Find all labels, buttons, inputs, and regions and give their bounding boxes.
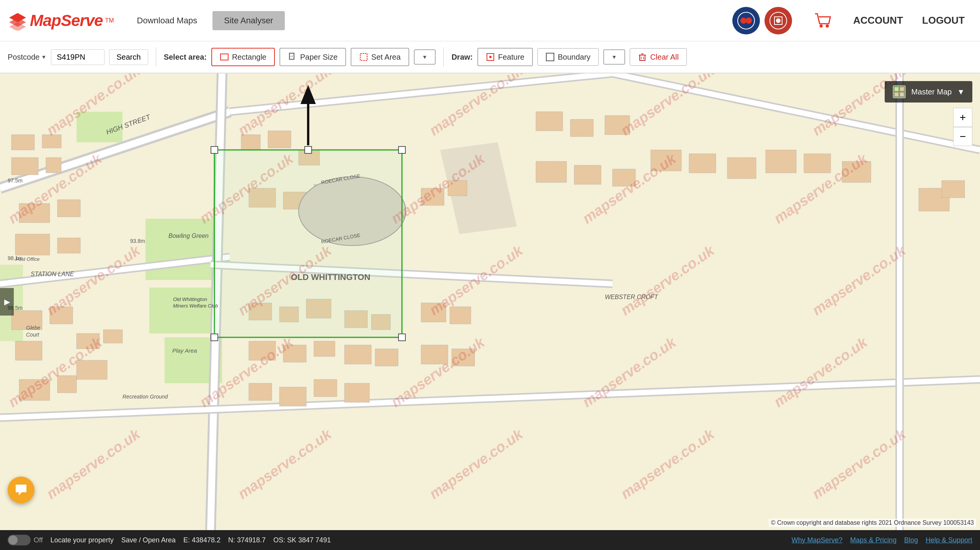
postcode-dropdown[interactable]: Postcode ▼ bbox=[8, 53, 46, 62]
feature-icon bbox=[486, 52, 495, 62]
set-area-arrow: ▼ bbox=[422, 54, 428, 60]
svg-rect-17 bbox=[640, 55, 645, 60]
header: MapServeTM Download Maps Site Analyser bbox=[0, 0, 980, 41]
svg-rect-13 bbox=[360, 54, 367, 60]
svg-point-4 bbox=[740, 18, 746, 24]
clear-all-label: Clear All bbox=[650, 53, 678, 62]
rectangle-label: Rectangle bbox=[232, 53, 266, 62]
zoom-in-btn[interactable]: + bbox=[953, 108, 972, 127]
paper-size-btn[interactable]: A4 Paper Size bbox=[279, 48, 346, 66]
map-copyright: © Crown copyright and database rights 20… bbox=[769, 519, 976, 527]
svg-rect-132 bbox=[900, 93, 904, 96]
postcode-label: Postcode bbox=[8, 53, 39, 62]
trash-icon bbox=[638, 52, 647, 62]
boundary-arrow: ▼ bbox=[612, 54, 617, 60]
divider-1 bbox=[156, 47, 156, 67]
download-maps-btn[interactable]: Download Maps bbox=[126, 11, 209, 30]
maps-pricing-link[interactable]: Maps & Pricing bbox=[850, 536, 897, 544]
boundary-btn[interactable]: Boundary bbox=[537, 48, 599, 66]
coord-os: OS: SK 3847 7491 bbox=[273, 536, 331, 544]
boundary-dropdown[interactable]: ▼ bbox=[603, 49, 626, 65]
map-background bbox=[0, 73, 980, 530]
map-layer-selector[interactable]: Master Map ▼ bbox=[885, 81, 972, 103]
svg-rect-16 bbox=[546, 53, 554, 61]
chat-widget[interactable] bbox=[8, 477, 34, 503]
partner-icon-blue bbox=[732, 7, 760, 34]
set-area-icon bbox=[359, 52, 368, 62]
search-btn[interactable]: Search bbox=[109, 49, 148, 65]
svg-point-9 bbox=[826, 24, 829, 28]
logout-btn[interactable]: LOGOUT bbox=[915, 15, 972, 26]
svg-rect-130 bbox=[900, 87, 904, 91]
help-support-link[interactable]: Help & Support bbox=[926, 536, 972, 544]
paper-size-label: Paper Size bbox=[300, 53, 338, 62]
svg-point-5 bbox=[746, 18, 752, 24]
logo-icon bbox=[8, 11, 28, 31]
why-mapserve-link[interactable]: Why MapServe? bbox=[792, 536, 843, 544]
svg-point-8 bbox=[820, 24, 823, 28]
cart-icon[interactable] bbox=[811, 9, 834, 32]
play-btn[interactable]: ▶ bbox=[0, 288, 14, 316]
svg-text:A4: A4 bbox=[290, 55, 293, 57]
toolbar: Postcode ▼ Search Select area: Rectangle… bbox=[0, 41, 980, 73]
clear-all-btn[interactable]: Clear All bbox=[630, 48, 686, 66]
svg-point-15 bbox=[489, 56, 492, 58]
svg-point-7 bbox=[776, 18, 781, 23]
feature-label: Feature bbox=[498, 53, 524, 62]
coord-e: E: 438478.2 bbox=[183, 536, 220, 544]
partner-icon-red bbox=[764, 7, 792, 34]
rectangle-icon bbox=[220, 52, 229, 62]
blog-link[interactable]: Blog bbox=[904, 536, 918, 544]
set-area-label: Set Area bbox=[371, 53, 401, 62]
svg-rect-131 bbox=[895, 93, 898, 96]
status-toggle: Off bbox=[8, 535, 43, 545]
postcode-arrow: ▼ bbox=[41, 54, 46, 60]
set-area-btn[interactable]: Set Area bbox=[351, 48, 409, 66]
boundary-label: Boundary bbox=[558, 53, 591, 62]
svg-rect-129 bbox=[895, 87, 898, 91]
coord-n: N: 374918.7 bbox=[228, 536, 266, 544]
draw-label: Draw: bbox=[451, 53, 473, 62]
chat-icon bbox=[14, 483, 28, 497]
zoom-controls: + − bbox=[953, 108, 972, 146]
rectangle-btn[interactable]: Rectangle bbox=[211, 48, 275, 66]
account-btn[interactable]: ACCOUNT bbox=[846, 15, 911, 26]
site-analyser-btn[interactable]: Site Analyser bbox=[212, 11, 284, 30]
map-layer-icon bbox=[892, 85, 906, 99]
paper-size-icon: A4 bbox=[288, 52, 297, 62]
logo: MapServeTM bbox=[8, 11, 114, 31]
zoom-out-btn[interactable]: − bbox=[953, 127, 972, 146]
toggle-off-label: Off bbox=[34, 536, 43, 544]
boundary-icon bbox=[546, 52, 555, 62]
map-layer-label: Master Map bbox=[911, 88, 952, 96]
logo-tm: TM bbox=[105, 17, 114, 24]
save-open-area[interactable]: Save / Open Area bbox=[121, 536, 176, 544]
logo-text: MapServe bbox=[30, 11, 103, 30]
toggle-knob bbox=[8, 535, 18, 545]
statusbar: Off Locate your property Save / Open Are… bbox=[0, 530, 980, 550]
feature-btn[interactable]: Feature bbox=[477, 48, 533, 66]
partner-icons bbox=[732, 7, 792, 34]
divider-2 bbox=[443, 47, 444, 67]
toggle-switch[interactable] bbox=[8, 535, 31, 545]
postcode-input[interactable] bbox=[51, 49, 105, 65]
map-layer-arrow: ▼ bbox=[957, 88, 965, 96]
set-area-dropdown[interactable]: ▼ bbox=[414, 49, 436, 65]
select-area-label: Select area: bbox=[164, 53, 207, 62]
svg-rect-10 bbox=[220, 54, 228, 60]
map-container[interactable]: HIGH STREET STATION LANE OLD WHITTINGTON… bbox=[0, 73, 980, 530]
locate-property-text: Locate your property bbox=[51, 536, 114, 544]
